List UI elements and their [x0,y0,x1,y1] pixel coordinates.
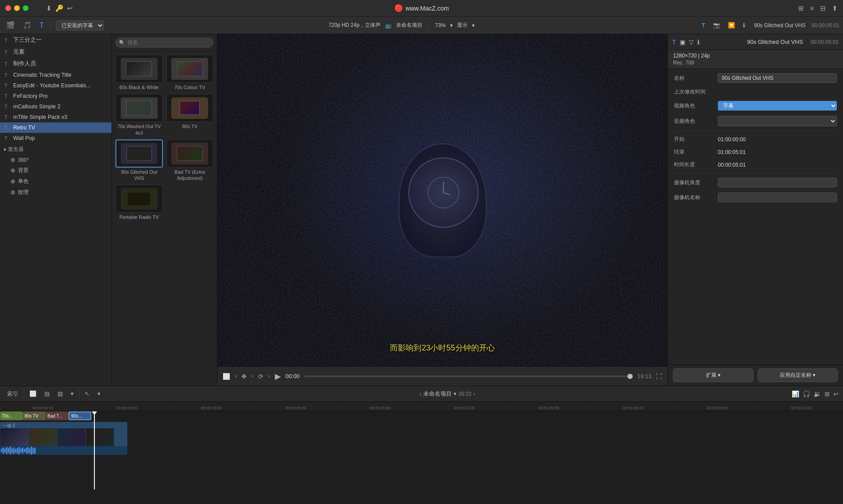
sidebar-item-credits[interactable]: T 制作人员 [0,58,112,70]
sidebar-item-mtitle[interactable]: T mTitle Simple Pack v3 [0,112,112,122]
text-icon-fxfactory: T [4,93,11,99]
settings-icon[interactable]: ⊟ [820,4,826,12]
sidebar-item-lower-thirds[interactable]: T 下三分之一 [0,34,112,46]
search-input[interactable] [115,38,213,47]
sidebar-item-360[interactable]: ⚙ 360° [0,155,112,165]
sidebar-item-background[interactable]: ⚙ 背景 [0,165,112,176]
expand-button[interactable]: 扩展 ▾ [673,368,753,382]
index-button[interactable]: 索引 [4,389,21,399]
toolbar-extra-icons: ⬇ 🔑 ↩ [46,4,73,12]
sidebar-item-retro-tv[interactable]: T Retro TV [0,122,112,133]
maximize-button[interactable] [23,5,29,11]
clip-90s[interactable]: 90s... [68,411,91,420]
titlebar-center: 🔴 www.MacZ.com [394,4,449,12]
preview-controls: ⬜ ▾ ✥ ▾ ⟳ ▾ ▶ 00:00 19:13 ⛶ [217,366,667,386]
tl-clip-view-btn[interactable]: ⬜ [27,390,39,398]
sidebar-item-texture[interactable]: ⚙ 纹理 [0,187,112,198]
sidebar-item-elements[interactable]: T 元素 [0,46,112,58]
text-icon-mcallouts: T [4,104,11,109]
fit-button[interactable]: ⬜ [223,373,230,380]
titles-button[interactable]: T [37,21,47,30]
list-view-icon[interactable]: ≡ [810,4,814,12]
browser-item-bad-tv[interactable]: Bad TV (Extra Adjustment) [166,139,214,182]
search-icon: 🔍 [119,40,125,46]
tl-headphones-icon[interactable]: 🎧 [803,390,810,397]
inspector-tab-text[interactable]: T [672,39,676,46]
browser-item-70s-washed[interactable]: 70s Washed Out TV 4x3 [115,94,163,136]
grid-view-icon[interactable]: ⊞ [798,4,804,12]
share-icon[interactable]: ⬆ [832,4,838,12]
inspector-text-tab[interactable]: T [699,21,708,29]
close-button[interactable] [5,5,11,11]
inspector-video-tab[interactable]: 📷 [710,21,723,29]
inspector-body: 名称 上次修改时间 视频角色 字幕 音频角色 [668,69,843,365]
gear-icon-background: ⚙ [11,168,15,174]
inspector-tab-info[interactable]: ℹ [697,39,699,46]
inspector-row-camera-angle: 摄像机角度 [668,175,843,190]
custom-name-button[interactable]: 应用自定名称 ▾ [758,368,838,382]
tl-list-view-btn[interactable]: ▤ [42,390,52,398]
minimize-button[interactable] [14,5,20,11]
browser-item-90s-glitch[interactable]: 90s Glitched Out VHS [115,139,163,182]
display-dropdown-icon[interactable]: ▾ [472,22,475,29]
browser-item-70s-colour[interactable]: 70s Colour TV [166,55,214,90]
timecode-bar[interactable] [304,375,633,377]
site-url: www.MacZ.com [406,5,449,12]
sidebar-item-solid[interactable]: ⚙ 单色 [0,176,112,187]
inspector-value-name[interactable] [718,73,837,83]
browser-item-radio-tv[interactable]: Portable Radio TV [115,185,163,220]
sidebar-item-wall-pop[interactable]: T Wall Pop [0,133,112,143]
generator-collapse-icon: ▾ [4,147,6,153]
wave-bar-13 [22,447,23,454]
sidebar-item-mcallouts[interactable]: T mCallouts Simple 2 [0,101,112,112]
generator-section-header[interactable]: ▾ 发生器 [0,143,112,155]
media-import-button[interactable]: 🎬 [4,20,18,30]
tl-select-dropdown-btn[interactable]: ▾ [95,390,103,398]
fullscreen-button[interactable]: ⛶ [656,373,662,380]
tl-more-audio-icon[interactable]: ⊞ [825,390,830,397]
tl-audio-view-btn[interactable]: ▨ [55,390,65,398]
wave-bar-4 [6,447,7,454]
tl-audio-icon[interactable]: 🔉 [814,390,821,397]
info-button[interactable]: ℹ [740,21,748,29]
inspector-value-audio-role[interactable] [718,116,837,126]
display-btn[interactable]: 显示 [457,21,468,29]
inspector-value-camera-name[interactable] [718,193,837,202]
tv-screen-70s [177,61,203,77]
media-library-button[interactable]: 🎵 [20,20,34,30]
sidebar-item-cinematic-tracking[interactable]: T Cinematic Tracking Title [0,70,112,80]
inspector-clip-name: 90s Glitched Out VHS [747,39,803,45]
transform-button[interactable]: ✥ [241,373,247,380]
tl-nav-prev[interactable]: ‹ [419,390,422,397]
clip-80s[interactable]: 80s TV [23,411,46,420]
audio-waveform-inner [0,446,127,455]
play-button[interactable]: ▶ [275,372,281,381]
inspector-tab-filter[interactable]: ▽ [689,39,694,46]
tl-loop-icon[interactable]: ↩ [833,390,839,397]
inspector-label-audio-role: 音频角色 [674,118,718,125]
inspector-filter-tab[interactable]: 🔽 [725,21,738,29]
rotate-icon[interactable]: ↩ [67,4,73,12]
zoom-dropdown-icon[interactable]: ▾ [450,22,453,29]
browser-label-90s-glitch: 90s Glitched Out VHS [115,169,163,182]
tl-project-dropdown[interactable]: ▾ [454,390,457,397]
browser-item-60s-bw[interactable]: 60s Black & White [115,55,163,90]
sidebar-item-easyedit[interactable]: T EasyEdit - Youtube Essentials... [0,80,112,91]
clip-bad-tv[interactable]: Bad T... [46,411,68,420]
key-icon[interactable]: 🔑 [55,4,64,12]
download-icon[interactable]: ⬇ [46,4,52,12]
tl-select-tool-btn[interactable]: ↖ [82,390,92,398]
subtitle-selector[interactable]: 已安装的字幕 [56,21,104,30]
tl-more-view-btn[interactable]: ▾ [68,390,76,398]
titlebar: ⬇ 🔑 ↩ 🔴 www.MacZ.com ⊞ ≡ ⊟ ⬆ [0,0,843,17]
inspector-tab-video[interactable]: ▣ [680,39,685,46]
tl-audio-levels-icon[interactable]: 📊 [792,390,799,397]
speed-button[interactable]: ⟳ [258,373,263,380]
sidebar-item-fxfactory[interactable]: T FxFactory Pro [0,91,112,101]
inspector-value-camera-angle[interactable] [718,178,837,187]
tl-nav-next[interactable]: › [473,390,476,397]
inspector-value-video-role[interactable]: 字幕 [718,101,837,111]
clip-70s[interactable]: 70s... [0,411,23,420]
browser-item-80s-tv[interactable]: 80s TV [166,94,214,136]
video-frame-2 [29,428,57,448]
